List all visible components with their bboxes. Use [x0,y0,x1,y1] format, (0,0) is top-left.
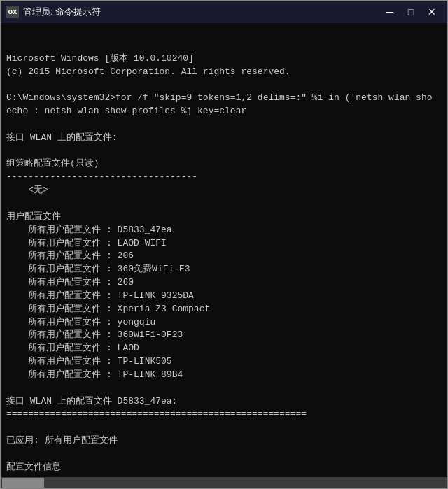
console-line: 用户配置文件 [6,211,442,224]
console-line: 所有用户配置文件 : LAOD-WIFI [6,237,442,250]
console-line: 所有用户配置文件 : LAOD [6,342,442,355]
console-line: 所有用户配置文件 : yongqiu [6,316,442,329]
console-line: 所有用户配置文件 : D5833_47ea [6,224,442,237]
console-line: 所有用户配置文件 : TP-LINK_89B4 [6,369,442,382]
console-line [6,118,442,132]
window-title: 管理员: 命令提示符 [23,6,101,18]
console-line: 所有用户配置文件 : 206 [6,250,442,263]
console-line [6,145,442,158]
title-bar: ox 管理员: 命令提示符 ─ □ ✕ [1,1,447,23]
console-line: 接口 WLAN 上的配置文件 D5833_47ea: [6,395,442,409]
horizontal-scrollbar[interactable] [1,477,447,488]
console-line: 所有用户配置文件 : 360WiFi-0F23 [6,329,442,342]
hscroll-thumb[interactable] [2,478,44,488]
console-line: Microsoft Windows [版本 10.0.10240] [6,52,442,66]
cmd-window: ox 管理员: 命令提示符 ─ □ ✕ Microsoft Windows [版… [0,0,448,489]
console-line: 组策略配置文件(只读) [6,157,442,171]
maximize-button[interactable]: □ [401,5,421,19]
console-line: 所有用户配置文件 : TP-LINK505 [6,355,442,369]
console-line: ========================================… [6,408,442,421]
title-bar-left: ox 管理员: 命令提示符 [6,6,101,18]
hscroll-track[interactable] [1,477,447,488]
console-line [6,421,442,434]
close-button[interactable]: ✕ [422,5,442,19]
console-output: Microsoft Windows [版本 10.0.10240](c) 201… [1,23,447,477]
console-line: 所有用户配置文件 : 260 [6,276,442,290]
console-line: 已应用: 所有用户配置文件 [6,434,442,448]
console-line: ----------------------------------- [6,171,442,184]
minimize-button[interactable]: ─ [380,5,400,19]
console-line: <无> [6,184,442,197]
console-line: 所有用户配置文件 : 360免费WiFi-E3 [6,263,442,276]
console-line [6,197,442,211]
title-controls: ─ □ ✕ [380,5,442,19]
console-line: 配置文件信息 [6,461,442,474]
console-line: 所有用户配置文件 : Xperia Z3 Compact [6,303,442,316]
console-line: (c) 2015 Microsoft Corporation. All righ… [6,66,442,79]
console-line [6,382,442,395]
console-line: echo : netsh wlan show profiles %j key=c… [6,105,442,118]
console-line [6,78,442,92]
app-icon: ox [6,6,19,18]
console-line: 接口 WLAN 上的配置文件: [6,132,442,145]
console-line: C:\Windows\system32>for /f "skip=9 token… [6,92,442,105]
console-line: 所有用户配置文件 : TP-LINK_9325DA [6,290,442,303]
console-line [6,448,442,461]
